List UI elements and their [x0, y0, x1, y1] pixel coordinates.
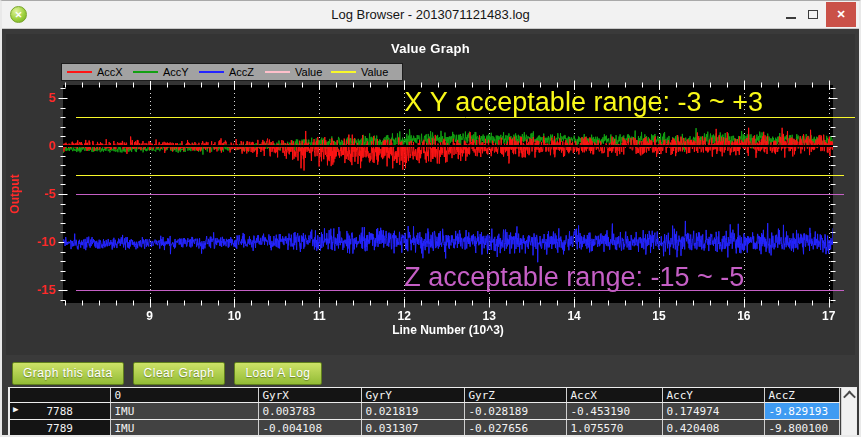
table-cell[interactable]: IMU	[110, 403, 258, 420]
table-cell[interactable]: 0.174974	[662, 403, 764, 420]
legend-line-icon	[67, 71, 92, 73]
table-row-7788: ▶7788IMU0.0037830.021819-0.028189-0.4531…	[10, 403, 839, 420]
legend-item-accx-0: AccX	[67, 67, 133, 78]
legend-item-accy-1: AccY	[133, 67, 199, 78]
title-bar[interactable]: ✕ Log Browser - 2013071121483.log ✕	[2, 1, 859, 29]
maximize-button[interactable]	[802, 2, 824, 27]
column-header-AccZ[interactable]: AccZ	[764, 388, 839, 403]
legend-item-value-3: Value	[265, 67, 331, 78]
window-title: Log Browser - 2013071121483.log	[2, 7, 859, 22]
table-scrollbar[interactable]	[841, 388, 856, 435]
table-cell[interactable]: -9.800100	[764, 420, 839, 437]
table-cell[interactable]: 0.003783	[258, 403, 361, 420]
chart-legend: AccXAccYAccZValueValue	[61, 63, 403, 81]
table-row-7789: 7789IMU-0.0041080.031307-0.0276561.07557…	[10, 420, 839, 437]
current-row-marker-icon: ▶	[13, 404, 18, 414]
toolbar: Graph this data Clear Graph Load A Log	[12, 362, 322, 385]
legend-item-value-4: Value	[331, 67, 397, 78]
table-cell[interactable]: -0.453190	[566, 403, 662, 420]
app-icon-glyph: ✕	[15, 10, 23, 20]
close-button[interactable]: ✕	[826, 2, 856, 27]
legend-label: AccX	[97, 67, 123, 78]
table-cell[interactable]: -0.027656	[464, 420, 566, 437]
scrollbar-up-button[interactable]	[842, 388, 856, 403]
legend-line-icon	[133, 71, 158, 73]
close-icon: ✕	[836, 8, 845, 21]
column-header-AccY[interactable]: AccY	[662, 388, 764, 403]
row-header-7788[interactable]: ▶7788	[10, 403, 110, 420]
table-cell[interactable]: 1.075570	[566, 420, 662, 437]
load-a-log-button[interactable]: Load A Log	[234, 362, 321, 385]
table-header-row: 0GyrXGyrYGyrZAccXAccYAccZ	[10, 388, 839, 403]
legend-label: AccY	[163, 67, 189, 78]
log-browser-window: ✕ Log Browser - 2013071121483.log ✕ Valu…	[0, 0, 861, 437]
legend-line-icon	[265, 71, 290, 73]
chevron-up-icon	[843, 391, 856, 404]
table-cell[interactable]: 0.021819	[361, 403, 464, 420]
clear-graph-button[interactable]: Clear Graph	[133, 362, 226, 385]
minimize-icon	[786, 17, 796, 19]
window-controls: ✕	[780, 1, 859, 28]
column-header-GyrX[interactable]: GyrX	[258, 388, 361, 403]
legend-label: Value	[361, 67, 388, 78]
legend-label: AccZ	[229, 67, 254, 78]
column-header-GyrZ[interactable]: GyrZ	[464, 388, 566, 403]
minimize-button[interactable]	[780, 2, 802, 27]
data-table: 0GyrXGyrYGyrZAccXAccYAccZ▶7788IMU0.00378…	[10, 388, 840, 436]
value-graph-panel: Value Graph AccXAccYAccZValueValue	[6, 34, 855, 355]
legend-label: Value	[295, 67, 322, 78]
table-cell[interactable]: 0.420408	[662, 420, 764, 437]
column-header-AccX[interactable]: AccX	[566, 388, 662, 403]
chart-title: Value Graph	[6, 41, 855, 56]
graph-this-data-button[interactable]: Graph this data	[12, 362, 124, 385]
row-number: 7788	[47, 405, 74, 418]
maximize-icon	[808, 10, 818, 19]
legend-line-icon	[199, 71, 224, 73]
client-area: Value Graph AccXAccYAccZValueValue Graph…	[2, 29, 859, 436]
column-header-0[interactable]: 0	[110, 388, 258, 403]
column-header-blank[interactable]	[10, 388, 110, 403]
table-cell-selected[interactable]: -9.829193	[764, 403, 839, 420]
table-cell[interactable]: IMU	[110, 420, 258, 437]
table-cell[interactable]: 0.031307	[361, 420, 464, 437]
app-icon: ✕	[10, 6, 27, 23]
row-header-7789[interactable]: 7789	[10, 420, 110, 437]
table-cell[interactable]: -0.028189	[464, 403, 566, 420]
legend-item-accz-2: AccZ	[199, 67, 265, 78]
legend-line-icon	[331, 71, 356, 73]
data-table-container: 0GyrXGyrYGyrZAccXAccYAccZ▶7788IMU0.00378…	[8, 387, 857, 436]
column-header-GyrY[interactable]: GyrY	[361, 388, 464, 403]
row-number: 7789	[47, 422, 74, 435]
table-cell[interactable]: -0.004108	[258, 420, 361, 437]
value-graph-canvas[interactable]	[6, 34, 855, 355]
